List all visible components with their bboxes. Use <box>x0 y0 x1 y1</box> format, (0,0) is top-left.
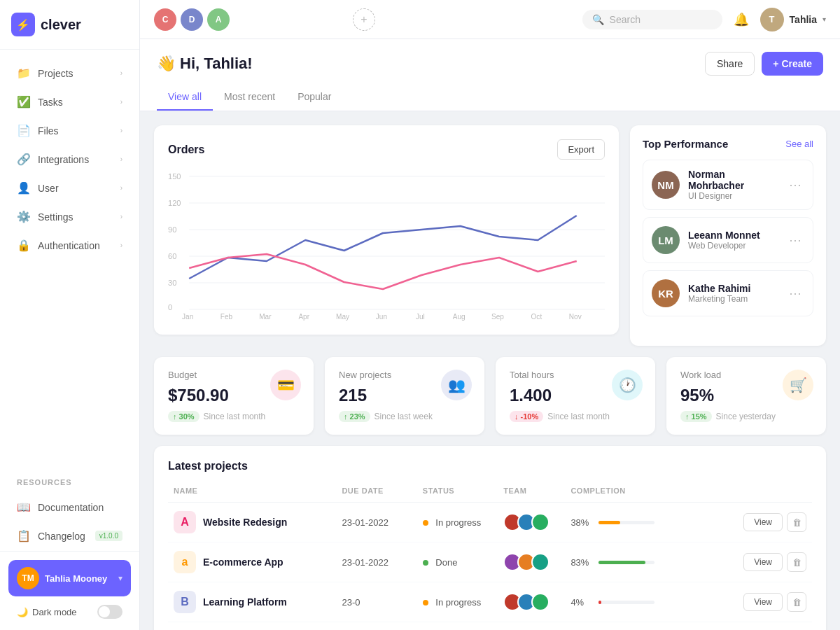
view-button-learning-platform[interactable]: View <box>743 593 783 611</box>
proj-name-website-redesign: A Website Redesign <box>174 511 342 533</box>
stat-change-budget: ↑ 30% Since last month <box>168 411 300 422</box>
documentation-icon: 📖 <box>17 500 31 514</box>
svg-text:Mar: Mar <box>259 313 272 321</box>
view-button-website-redesign[interactable]: View <box>743 513 783 531</box>
projects-chevron-icon: › <box>120 69 122 77</box>
sidebar-item-authentication[interactable]: 🔒 Authentication › <box>6 232 134 259</box>
svg-text:0: 0 <box>168 303 172 312</box>
svg-text:Jan: Jan <box>182 313 193 321</box>
proj-status-website-redesign: In progress <box>423 516 503 528</box>
sidebar-item-settings[interactable]: ⚙️ Settings › <box>6 203 134 230</box>
sidebar-item-files[interactable]: 📄 Files › <box>6 117 134 144</box>
svg-text:30: 30 <box>168 279 176 287</box>
perf-role: Web Developer <box>688 241 778 251</box>
perf-avatar: LM <box>652 226 680 254</box>
proj-icon-learning-platform: B <box>174 591 196 613</box>
files-icon: 📄 <box>17 124 31 137</box>
main-content: 👋 Hi, Tahlia! Share + Create View allMos… <box>140 39 840 630</box>
svg-text:Feb: Feb <box>220 313 233 321</box>
chart-title: Orders <box>168 144 204 156</box>
tab-pill-d[interactable]: D <box>181 8 203 31</box>
authentication-chevron-icon: › <box>120 241 122 249</box>
see-all-link[interactable]: See all <box>785 139 813 149</box>
svg-text:120: 120 <box>168 199 181 207</box>
logo-icon: ⚡ <box>11 13 35 36</box>
perf-more-icon[interactable]: ⋯ <box>786 283 804 304</box>
tab-pill-a[interactable]: A <box>207 8 230 31</box>
sidebar: ⚡ clever 📁 Projects › ✅ Tasks › 📄 Files … <box>0 0 140 630</box>
sidebar-label-projects: Projects <box>38 68 74 79</box>
orders-chart-card: Orders Export 150 120 90 60 30 0 <box>154 125 619 335</box>
proj-status-ecommerce-app: Done <box>423 556 503 568</box>
stat-since-budget: Since last month <box>204 412 266 421</box>
share-button[interactable]: Share <box>705 52 755 76</box>
authentication-icon: 🔒 <box>17 239 31 252</box>
delete-button-ecommerce-app[interactable]: 🗑 <box>787 552 806 572</box>
perf-info: Kathe Rahimi Marketing Team <box>688 283 778 304</box>
integrations-icon: 🔗 <box>17 153 31 166</box>
sidebar-resource-changelog[interactable]: 📋 Changelog v1.0.0 <box>6 522 134 550</box>
stat-change-new-projects: ↑ 23% Since last week <box>339 411 470 422</box>
stat-icon-budget: 💳 <box>270 370 301 400</box>
proj-icon-website-redesign: A <box>174 511 196 533</box>
sidebar-item-integrations[interactable]: 🔗 Integrations › <box>6 146 134 173</box>
topbar: CDA + 🔍 Search 🔔 T Tahlia ▾ <box>140 0 840 39</box>
svg-text:Sep: Sep <box>491 313 504 321</box>
welcome-bar: 👋 Hi, Tahlia! Share + Create View allMos… <box>140 39 840 111</box>
sidebar-item-tasks[interactable]: ✅ Tasks › <box>6 88 134 115</box>
dark-mode-toggle[interactable] <box>97 605 122 619</box>
proj-status-learning-platform: In progress <box>423 596 503 608</box>
perf-info: Leeann Monnet Web Developer <box>688 230 778 251</box>
user-card[interactable]: TM Tahlia Mooney ▾ <box>8 560 131 596</box>
stat-change-work-load: ↑ 15% Since yesterday <box>680 411 812 422</box>
tasks-chevron-icon: › <box>120 98 122 106</box>
th-status: STATUS <box>423 486 503 495</box>
perf-name: Norman Mohrbacher <box>688 169 778 191</box>
main-area: CDA + 🔍 Search 🔔 T Tahlia ▾ 👋 Hi, Tahlia… <box>140 0 840 630</box>
sidebar-item-user[interactable]: 👤 User › <box>6 174 134 202</box>
perf-more-icon[interactable]: ⋯ <box>786 174 804 195</box>
team-avatar-2 <box>531 553 550 571</box>
stat-card-work-load: 🛒 Work load 95% ↑ 15% Since yesterday <box>666 357 826 435</box>
stat-since-new-projects: Since last week <box>374 412 433 421</box>
add-tab-button[interactable]: + <box>353 8 375 31</box>
view-tab-view-all[interactable]: View all <box>157 85 213 111</box>
th-completion: COMPLETION <box>570 486 738 495</box>
notification-icon[interactable]: 🔔 <box>731 9 752 30</box>
stat-icon-total-hours: 🕐 <box>612 370 643 400</box>
proj-completion-ecommerce-app: 83% <box>570 557 738 568</box>
comp-pct: 83% <box>570 557 593 568</box>
perf-avatar: NM <box>652 171 680 199</box>
sidebar-nav: 📁 Projects › ✅ Tasks › 📄 Files › 🔗 Integ… <box>0 50 139 467</box>
perf-more-icon[interactable]: ⋯ <box>786 230 804 251</box>
project-row-design-portfolio: D Design Portfolio 23-01-2022 In progres… <box>168 622 812 630</box>
sidebar-label-integrations: Integrations <box>38 154 89 165</box>
user-profile-name: Tahlia <box>790 14 817 25</box>
view-tab-most-recent[interactable]: Most recent <box>213 85 286 111</box>
stat-card-new-projects: 👥 New projects 215 ↑ 23% Since last week <box>325 357 484 435</box>
export-button[interactable]: Export <box>557 139 605 160</box>
stat-badge-total-hours: ↓ -10% <box>510 411 543 422</box>
view-button-ecommerce-app[interactable]: View <box>743 553 783 571</box>
sidebar-item-projects[interactable]: 📁 Projects › <box>6 59 134 87</box>
dark-mode-row: 🌙 Dark mode <box>8 596 131 622</box>
integrations-chevron-icon: › <box>120 155 122 163</box>
create-button[interactable]: + Create <box>762 52 823 76</box>
project-row-ecommerce-app: a E-commerce App 23-01-2022 Done 83% Vie… <box>168 542 812 582</box>
user-profile[interactable]: T Tahlia ▾ <box>760 8 826 31</box>
proj-completion-learning-platform: 4% <box>570 597 738 608</box>
stats-row: 💳 Budget $750.90 ↑ 30% Since last month … <box>154 357 826 435</box>
delete-button-learning-platform[interactable]: 🗑 <box>787 592 806 612</box>
tab-pill-c[interactable]: C <box>154 8 176 31</box>
perf-info: Norman Mohrbacher UI Designer <box>688 169 778 201</box>
sidebar-resource-documentation[interactable]: 📖 Documentation <box>6 493 134 521</box>
user-card-chevron-icon: ▾ <box>118 573 122 583</box>
settings-icon: ⚙️ <box>17 210 31 223</box>
search-bar[interactable]: 🔍 Search <box>582 10 722 29</box>
table-header: NAME DUE DATE STATUS TEAM COMPLETION <box>168 482 812 503</box>
view-tab-popular[interactable]: Popular <box>286 85 342 111</box>
svg-text:Jun: Jun <box>376 313 387 321</box>
orders-chart: 150 120 90 60 30 0 <box>168 167 605 321</box>
delete-button-website-redesign[interactable]: 🗑 <box>787 512 806 532</box>
status-dot <box>423 600 428 606</box>
